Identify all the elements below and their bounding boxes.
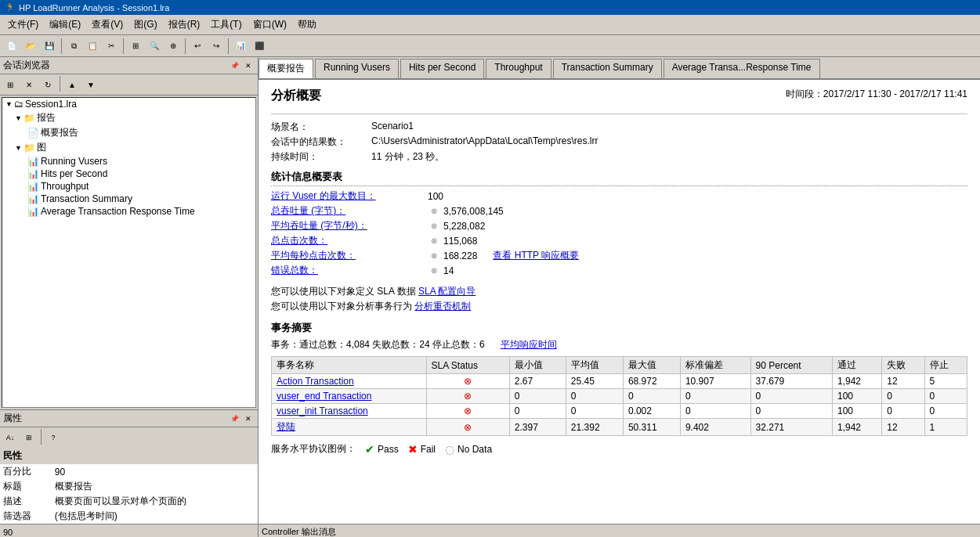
legend-title: 服务水平协议图例： [271, 442, 356, 456]
zoom-btn[interactable]: ⊕ [165, 38, 182, 55]
export-btn[interactable]: ⬛ [251, 38, 268, 55]
tree-delete-btn[interactable]: ✕ [20, 76, 38, 93]
tree-toolbar: ⊞ ✕ ↻ ▲ ▼ [0, 74, 258, 96]
menu-item[interactable]: 文件(F) [3, 16, 43, 33]
copy-btn[interactable]: ⧉ [65, 38, 82, 55]
stat-no-icon: ⊗ [431, 266, 437, 275]
min-cell: 2.397 [509, 419, 566, 436]
menu-item[interactable]: 图(G) [129, 16, 161, 33]
cut-btn[interactable]: ✂ [103, 38, 120, 55]
props-key: 百分比 [0, 464, 52, 479]
tabs-bar: 概要报告Running VusersHits per SecondThrough… [259, 57, 980, 80]
tree-item-summary-report[interactable]: 📄 概要报告 [2, 125, 255, 140]
tab-概要报告[interactable]: 概要报告 [259, 59, 313, 78]
stat-label[interactable]: 总吞吐量 (字节)： [271, 204, 428, 218]
table-header: 通过 [832, 357, 881, 374]
sep [60, 76, 60, 92]
pin-icon[interactable]: 📌 [228, 59, 240, 72]
filter-btn[interactable]: ⊞ [127, 38, 144, 55]
expand-reports[interactable]: ▼ [15, 114, 22, 122]
props-row: 标题概要报告 [0, 479, 258, 494]
tab-hitspersecond[interactable]: Hits per Second [400, 59, 484, 78]
tree-refresh-btn[interactable]: ↻ [39, 76, 56, 93]
session-browser-title: 会话浏览器 [3, 59, 50, 72]
expand-charts[interactable]: ▼ [15, 144, 22, 152]
tree-new-btn[interactable]: ⊞ [2, 76, 19, 93]
legend-nodata-label: No Data [457, 444, 492, 455]
menu-item[interactable]: 编辑(E) [45, 16, 85, 33]
save-btn[interactable]: 💾 [41, 38, 58, 55]
props-row: 百分比90 [0, 464, 258, 479]
tab-averagetransa...responsetime[interactable]: Average Transa...Response Time [664, 59, 820, 78]
expand-session[interactable]: ▼ [5, 100, 13, 108]
stddev-cell: 9.402 [680, 419, 750, 436]
sla-analysis-link[interactable]: 分析重否机制 [414, 301, 471, 312]
tree-item-transaction-summary[interactable]: 📊 Transaction Summary [2, 193, 255, 205]
tab-transactionsummary[interactable]: Transaction Summary [553, 59, 662, 78]
menu-item[interactable]: 报告(R) [164, 16, 205, 33]
tab-runningvusers[interactable]: Running Vusers [315, 59, 399, 78]
table-header: 事务名称 [272, 357, 427, 374]
props-help[interactable]: ? [45, 429, 62, 446]
stat-label[interactable]: 平均每秒点击次数： [271, 249, 428, 262]
props-sort-az[interactable]: A↓ [2, 429, 19, 446]
report-btn[interactable]: 📊 [232, 38, 249, 55]
tree-item-session[interactable]: ▼ 🗂 Session1.lra [2, 98, 255, 110]
avg-response-link[interactable]: 平均响应时间 [501, 339, 557, 350]
props-sort-cat[interactable]: ⊞ [20, 429, 38, 446]
tree-up-btn[interactable]: ▲ [63, 76, 81, 93]
stat-label[interactable]: 总点击次数： [271, 234, 428, 247]
legend-pass-label: Pass [378, 444, 399, 455]
table-header: 90 Percent [750, 357, 832, 374]
props-val: 概要页面可以显示对单个页面的 [52, 494, 258, 509]
stddev-cell: 0 [680, 404, 750, 419]
p90-cell: 32.271 [750, 419, 832, 436]
transactions-table: 事务名称SLA Status最小值平均值最大值标准偏差90 Percent通过失… [271, 356, 967, 436]
tree-item-running-vusers[interactable]: 📊 Running Vusers [2, 155, 255, 168]
tree-item-charts[interactable]: ▼ 📁 图 [2, 140, 255, 155]
tree-item-avg-trans[interactable]: 📊 Average Transaction Response Time [2, 205, 255, 218]
stop-cell: 1 [924, 419, 967, 436]
stat-label[interactable]: 运行 Vuser 的最大数目： [271, 189, 428, 203]
session-icon: 🗂 [14, 99, 24, 110]
trans-name-link[interactable]: 登陆 [277, 421, 295, 432]
trans-name-link[interactable]: Action Transaction [277, 376, 354, 387]
page-title: 分析概要 [271, 88, 321, 104]
tree-item-throughput[interactable]: 📊 Throughput [2, 180, 255, 193]
menu-item[interactable]: 帮助 [293, 16, 321, 33]
reports-label: 报告 [37, 111, 56, 124]
sla-line2: 您可以使用以下对象分析事务行为 分析重否机制 [271, 300, 967, 313]
paste-btn[interactable]: 📋 [84, 38, 101, 55]
legend-fail-label: Fail [421, 444, 436, 455]
stats-title: 统计信息概要表 [271, 170, 967, 186]
back-btn[interactable]: ↩ [189, 38, 206, 55]
trans-name-link[interactable]: vuser_init Transaction [277, 405, 368, 416]
close-panel-icon[interactable]: ✕ [242, 59, 255, 72]
tree-down-btn[interactable]: ▼ [82, 76, 99, 93]
menu-item[interactable]: 查看(V) [87, 16, 128, 33]
trans-name-link[interactable]: vuser_end Transaction [277, 391, 371, 402]
tree-item-reports[interactable]: ▼ 📁 报告 [2, 110, 255, 125]
stat-label[interactable]: 平均吞吐量 (字节/秒)： [271, 219, 428, 232]
tab-throughput[interactable]: Throughput [486, 59, 551, 78]
close-props-icon[interactable]: ✕ [242, 413, 255, 425]
max-cell: 0.002 [623, 404, 680, 419]
scenario-label: 场景名： [271, 121, 365, 134]
trans-title: 事务摘要 [271, 321, 967, 335]
pass-cell: 100 [832, 389, 881, 404]
menu-item[interactable]: 窗口(W) [248, 16, 291, 33]
table-header: 失败 [882, 357, 924, 374]
stat-row: 错误总数：⊗14 [271, 264, 967, 277]
pin-props-icon[interactable]: 📌 [228, 413, 240, 425]
new-btn[interactable]: 📄 [3, 38, 20, 55]
tree-item-hits[interactable]: 📊 Hits per Second [2, 168, 255, 180]
sla-config-link[interactable]: SLA 配置向导 [418, 286, 476, 297]
forward-btn[interactable]: ↪ [208, 38, 225, 55]
open-btn[interactable]: 📂 [22, 38, 39, 55]
search-btn[interactable]: 🔍 [146, 38, 163, 55]
stat-label[interactable]: 错误总数： [271, 264, 428, 277]
duration-value: 11 分钟，23 秒。 [371, 150, 444, 164]
http-response-link[interactable]: 查看 HTTP 响应概要 [493, 249, 579, 262]
toolbar: 📄 📂 💾 ⧉ 📋 ✂ ⊞ 🔍 ⊕ ↩ ↪ 📊 ⬛ [0, 35, 980, 57]
menu-item[interactable]: 工具(T) [206, 16, 246, 33]
